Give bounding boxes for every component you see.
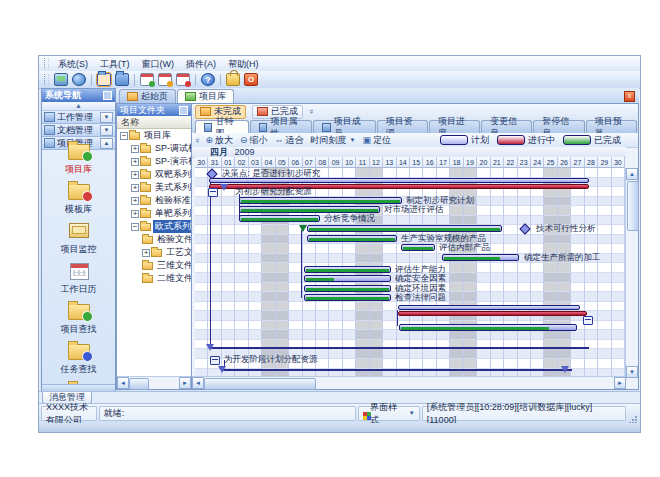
expander-icon[interactable]: + (131, 184, 139, 192)
nav-group-0[interactable]: 工作管理▼ (42, 111, 115, 124)
sidebar-item-0[interactable]: 项目库 (42, 141, 115, 176)
task-bar[interactable] (209, 178, 589, 183)
box-marker[interactable] (583, 316, 593, 325)
menu-item-2[interactable]: 窗口(W) (136, 57, 181, 71)
task-bar[interactable] (304, 294, 391, 301)
calendar-edit-icon[interactable] (158, 73, 172, 86)
tree-item-3[interactable]: +双靶系列 (117, 168, 191, 181)
tab-变更信息[interactable]: 变更信息 (481, 120, 532, 133)
tree-item-7[interactable]: −欧式系列 (117, 220, 191, 233)
expander-icon[interactable]: + (131, 171, 139, 179)
tab-项目预算[interactable]: 项目预算 (586, 120, 637, 133)
tab-项目属性[interactable]: 项目属性 (250, 120, 312, 133)
tab-暂停信息[interactable]: 暂停信息 (533, 120, 584, 133)
sidebar-item-3[interactable]: 工作日历 (42, 261, 115, 296)
garrow-marker[interactable] (299, 225, 307, 232)
project-library-icon[interactable] (97, 73, 111, 86)
expander-icon[interactable]: + (131, 158, 139, 166)
menu-item-4[interactable]: 帮助(H) (222, 57, 265, 71)
scroll-right-icon[interactable]: ► (614, 377, 626, 389)
zoom-out-button[interactable]: ⊖缩小 (240, 134, 268, 147)
task-bar[interactable] (239, 197, 402, 204)
menubar-drag-handle[interactable] (44, 58, 49, 69)
scroll-left-icon[interactable]: ◄ (192, 377, 204, 389)
expander-icon[interactable]: + (131, 210, 139, 218)
tree-item-5[interactable]: +检验标准 (117, 194, 191, 207)
filter-overflow-icon[interactable]: » (307, 109, 316, 113)
exit-icon[interactable]: O (244, 73, 258, 86)
tree-horizontal-scrollbar[interactable]: ◄ ► (117, 376, 191, 389)
menu-item-1[interactable]: 工具(T) (94, 57, 136, 71)
sidebar-item-1[interactable]: 模板库 (42, 181, 115, 216)
task-bar[interactable] (239, 215, 320, 222)
gantt-vertical-scrollbar[interactable]: ▲ ▼ (625, 168, 638, 378)
expander-icon[interactable]: − (120, 132, 128, 140)
calendar-close-icon[interactable] (176, 73, 190, 86)
tab-甘特图[interactable]: 甘特图 (195, 120, 249, 133)
help-icon[interactable]: ? (201, 73, 215, 86)
arrow-marker[interactable] (561, 366, 569, 373)
tree-item-4[interactable]: +美式系列 (117, 181, 191, 194)
chevron-icon[interactable]: ▼ (100, 125, 113, 136)
system-monitor-icon[interactable] (54, 73, 68, 86)
tree-item-9[interactable]: +工艺文件 (117, 246, 191, 259)
menu-item-3[interactable]: 插件(A) (180, 57, 222, 71)
tree-item-8[interactable]: 检验文件 (117, 233, 191, 246)
tree-item-6[interactable]: +单靶系列 (117, 207, 191, 220)
task-bar[interactable] (239, 206, 380, 213)
scroll-thumb[interactable] (204, 378, 316, 390)
tree-item-11[interactable]: 二维文件 (117, 272, 191, 285)
toolbar-overflow-icon[interactable]: » (193, 138, 202, 142)
arrow-marker[interactable] (218, 366, 226, 373)
scroll-thumb[interactable] (627, 181, 639, 231)
tab-项目成员[interactable]: 项目成员 (313, 120, 375, 133)
task-bar[interactable] (307, 235, 397, 242)
resize-grip[interactable] (628, 409, 638, 419)
box-marker[interactable] (210, 356, 220, 365)
tab-项目库[interactable]: 项目库 (177, 89, 234, 103)
tree-item-1[interactable]: +SP-调试机系 (117, 142, 191, 155)
arrow-marker[interactable] (206, 344, 214, 351)
scroll-down-icon[interactable]: ▼ (626, 366, 638, 378)
toolbar-drag-handle[interactable] (44, 74, 49, 85)
expander-icon[interactable]: − (131, 223, 139, 231)
tree-item-2[interactable]: +SP-演示机系 (117, 155, 191, 168)
task-bar[interactable] (304, 285, 391, 292)
box-marker[interactable] (208, 188, 218, 197)
template-library-icon[interactable] (115, 73, 129, 86)
navigator-header[interactable]: 系统导航 (42, 89, 115, 102)
tab-项目资源[interactable]: 项目资源 (377, 120, 428, 133)
scroll-up-icon[interactable]: ▲ (626, 168, 638, 180)
locate-button[interactable]: ▣定位 (363, 134, 392, 147)
scroll-thumb[interactable] (129, 378, 149, 390)
sidebar-item-5[interactable]: 任务查找 (42, 341, 115, 376)
tree-item-0[interactable]: −项目库 (117, 129, 191, 142)
task-bar[interactable] (398, 311, 587, 316)
task-bar[interactable] (304, 275, 391, 282)
sidebar-item-4[interactable]: 项目查找 (42, 301, 115, 336)
tree-column-header[interactable]: 名称 (117, 116, 191, 129)
task-bar[interactable] (401, 244, 435, 251)
task-bar[interactable] (399, 324, 577, 331)
expander-icon[interactable]: + (131, 197, 139, 205)
tab-起始页[interactable]: 起始页 (119, 89, 176, 103)
tab-项目进度[interactable]: 项目进度 (429, 120, 480, 133)
pin-icon[interactable] (179, 106, 188, 115)
chevron-icon[interactable]: ▼ (100, 112, 113, 123)
calendar-new-icon[interactable] (140, 73, 154, 86)
arrow-marker[interactable] (220, 184, 228, 191)
task-bar[interactable] (210, 347, 589, 349)
tree-panel-header[interactable]: 项目文件夹 (117, 104, 191, 116)
network-globe-icon[interactable] (72, 73, 86, 86)
ui-style-dropdown[interactable]: 界面样式 ▼ (358, 406, 420, 421)
fit-button[interactable]: ⇔适合 (275, 134, 304, 147)
expander-icon[interactable]: + (142, 249, 150, 257)
expander-icon[interactable]: + (131, 145, 139, 153)
timescale-dropdown[interactable]: 时间刻度▼ (311, 134, 356, 147)
task-bar[interactable] (442, 254, 519, 261)
zoom-in-button[interactable]: ⊕放大 (205, 134, 233, 147)
menu-item-0[interactable]: 系统(S) (52, 57, 94, 71)
task-bar[interactable] (398, 305, 580, 310)
lock-icon[interactable] (226, 73, 240, 86)
gantt-horizontal-scrollbar[interactable]: ◄ ► (192, 376, 626, 389)
